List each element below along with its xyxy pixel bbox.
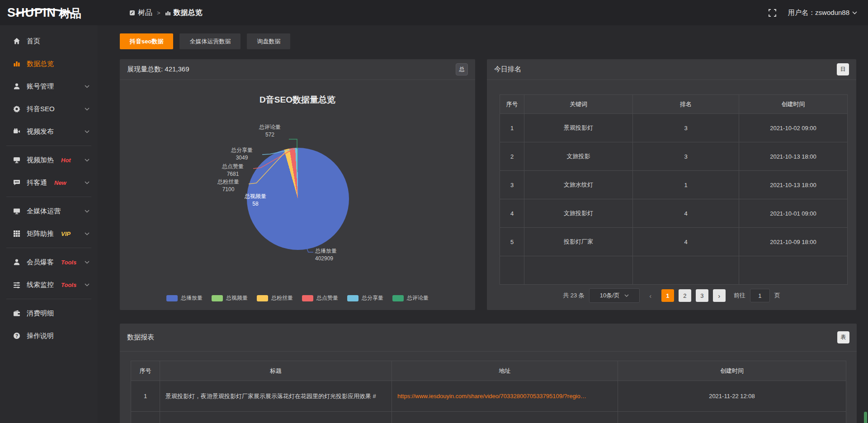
bar-chart-icon <box>165 10 171 16</box>
breadcrumb-item-current[interactable]: 数据总览 <box>165 8 203 18</box>
logo: SHUPIN 树品 <box>0 7 98 19</box>
sidebar-divider <box>6 299 91 299</box>
callout-comment: 总评论量572 <box>250 123 290 139</box>
sidebar-item-data-overview[interactable]: 数据总览 <box>0 52 98 75</box>
total-toggle-button[interactable]: 总 <box>456 63 468 75</box>
video-link[interactable]: https://www.iesdouyin.com/share/video/70… <box>397 393 586 400</box>
sidebar-item-consumption[interactable]: 消费明细 <box>0 302 98 324</box>
chart-legend: 总播放量总视频量总粉丝量总点赞量总分享量总评论量 <box>120 294 475 302</box>
callout-like: 总点赞量7681 <box>214 163 252 178</box>
tools-badge: Tools <box>61 259 76 266</box>
fullscreen-icon[interactable] <box>769 9 776 17</box>
chevron-down-icon <box>85 85 90 88</box>
table-toggle-button[interactable]: 表 <box>837 331 849 343</box>
report-title: 数据报表 <box>127 333 154 342</box>
question-icon: ? <box>13 332 21 339</box>
callout-play: 总播放量402909 <box>315 247 374 263</box>
legend-swatch <box>347 295 359 301</box>
user-dropdown[interactable]: 用户名：zswodun88 <box>788 9 857 17</box>
legend-swatch <box>212 295 223 301</box>
sidebar-item-instructions[interactable]: ? 操作说明 <box>0 324 98 347</box>
sidebar-item-video-publish[interactable]: 视频发布 <box>0 120 98 143</box>
breadcrumb-separator: > <box>157 9 160 16</box>
legend-item[interactable]: 总视频量 <box>212 294 248 302</box>
tools-badge: Tools <box>61 282 76 288</box>
gear-icon <box>13 105 21 113</box>
legend-item[interactable]: 总点赞量 <box>302 294 338 302</box>
ranking-table: 序号 关键词 排名 创建时间 1 景观投影灯 3 2021-10-02 09:0… <box>500 94 848 285</box>
report-table: 序号 标题 地址 创建时间 1 景观投影灯，夜游景观投影灯厂家展示展示落花灯在花… <box>131 361 846 423</box>
page-button-1[interactable]: 1 <box>661 289 674 302</box>
video-icon <box>13 128 21 135</box>
topbar: SHUPIN 树品 树品 > 数据总览 <box>0 0 868 25</box>
sidebar-divider <box>6 197 91 197</box>
chevron-down-icon <box>85 232 90 235</box>
sidebar-item-video-heat[interactable]: 视频加热 Hot <box>0 149 98 171</box>
breadcrumb: 树品 > 数据总览 <box>129 8 203 18</box>
legend-label: 总评论量 <box>407 294 429 302</box>
sidebar-item-member-burst[interactable]: 会员爆客 Tools <box>0 251 98 273</box>
goto-page-input[interactable] <box>750 289 770 302</box>
user-icon <box>13 83 21 90</box>
page-size-select[interactable]: 10条/页 <box>589 288 640 303</box>
legend-label: 总视频量 <box>226 294 248 302</box>
sidebar-item-account[interactable]: 账号管理 <box>0 75 98 98</box>
chat-icon <box>13 179 21 186</box>
svg-text:?: ? <box>15 334 18 338</box>
chevron-down-icon <box>85 210 90 213</box>
screen-icon <box>13 156 21 164</box>
sidebar-item-home[interactable]: 首页 <box>0 30 98 52</box>
legend-item[interactable]: 总评论量 <box>392 294 429 302</box>
table-row: 1 景观投影灯 3 2021-10-02 09:00 <box>500 114 848 142</box>
table-row-clipped <box>500 256 848 285</box>
wallet-icon <box>13 310 21 317</box>
report-panel: 数据报表 表 序号 标题 地址 创建时间 1 景观投影灯，夜游景观投影灯厂家展示… <box>120 324 857 423</box>
legend-item[interactable]: 总粉丝量 <box>257 294 293 302</box>
sidebar-item-douketong[interactable]: 抖客通 New <box>0 171 98 194</box>
prev-page-button[interactable]: ‹ <box>644 289 657 302</box>
tab-douyin-seo[interactable]: 抖音seo数据 <box>120 33 173 49</box>
scrollbar-thumb[interactable] <box>864 412 867 423</box>
legend-swatch <box>257 295 268 301</box>
legend-swatch <box>302 295 313 301</box>
sidebar-item-clue-monitor[interactable]: 线索监控 Tools <box>0 273 98 296</box>
page-button-2[interactable]: 2 <box>679 289 691 302</box>
legend-label: 总粉丝量 <box>271 294 293 302</box>
table-header-row: 序号 标题 地址 创建时间 <box>131 361 846 381</box>
vip-badge: VIP <box>61 230 71 237</box>
goto-unit: 页 <box>774 291 780 300</box>
chevron-down-icon <box>624 294 629 297</box>
home-icon <box>13 38 21 45</box>
table-row: 5 投影灯厂家 4 2021-10-09 18:00 <box>500 228 848 256</box>
legend-label: 总播放量 <box>181 294 203 302</box>
sidebar-item-douyin-seo[interactable]: 抖音SEO <box>0 98 98 120</box>
hot-badge: Hot <box>61 157 71 164</box>
chevron-down-icon <box>85 130 90 133</box>
overview-title: 展现量总数: 421,369 <box>127 65 189 74</box>
legend-item[interactable]: 总分享量 <box>347 294 383 302</box>
breadcrumb-item-home[interactable]: 树品 <box>129 8 152 18</box>
ranking-title: 今日排名 <box>494 65 521 74</box>
chevron-down-icon <box>85 261 90 264</box>
sidebar-item-media-ops[interactable]: 全媒体运营 <box>0 200 98 222</box>
legend-swatch <box>392 295 404 301</box>
page-button-3[interactable]: 3 <box>696 289 708 302</box>
app: SHUPIN 树品 树品 > 数据总览 <box>0 0 868 423</box>
topbar-right: 用户名：zswodun88 <box>769 9 868 17</box>
tab-inquiry-data[interactable]: 询盘数据 <box>247 33 290 49</box>
sidebar-divider <box>6 146 91 146</box>
goto-label: 前往 <box>734 291 745 300</box>
day-toggle-button[interactable]: 日 <box>837 63 849 75</box>
pagination: 共 23 条 10条/页 ‹ 1 2 3 › 前往 页 <box>487 288 856 303</box>
chart-title: D音SEO数据量总览 <box>120 94 475 106</box>
sliders-icon <box>13 281 21 288</box>
ranking-panel: 今日排名 日 序号 关键词 排名 创建时间 1 景观投影灯 3 <box>487 59 856 310</box>
table-row: 1 景观投影灯，夜游景观投影灯厂家展示展示落花灯在花园里的灯光投影应用效果 # … <box>131 381 846 412</box>
sidebar-item-matrix-boost[interactable]: 矩阵助推 VIP <box>0 222 98 245</box>
legend-item[interactable]: 总播放量 <box>166 294 203 302</box>
next-page-button[interactable]: › <box>713 289 726 302</box>
tab-media-ops-data[interactable]: 全媒体运营数据 <box>179 33 241 49</box>
sidebar: 首页 数据总览 账号管理 抖音SEO <box>0 25 98 423</box>
chevron-down-icon <box>85 159 90 162</box>
monitor-icon <box>13 207 21 215</box>
